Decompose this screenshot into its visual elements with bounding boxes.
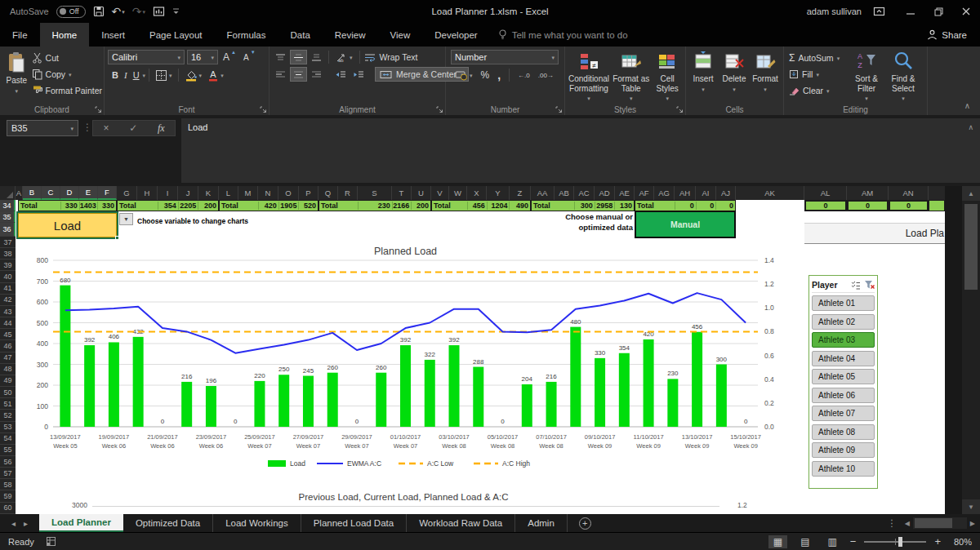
ribbon-tab-formulas[interactable]: Formulas (215, 23, 278, 47)
column-header-N[interactable]: N (258, 186, 278, 200)
slicer-clear-filter-icon[interactable] (864, 280, 875, 290)
slicer-item-athlete-10[interactable]: Athlete 10 (812, 461, 875, 477)
row-header-49[interactable]: 49 (0, 375, 16, 387)
ribbon-tab-view[interactable]: View (378, 23, 423, 47)
row-header-56[interactable]: 56 (0, 456, 16, 468)
tab-overflow-menu-icon[interactable]: ⋮ (887, 517, 897, 529)
orientation-button[interactable]: ab▾ (333, 50, 355, 64)
column-header-AC[interactable]: AC (574, 186, 595, 200)
column-header-J[interactable]: J (178, 186, 198, 200)
collapse-formula-bar-icon[interactable]: ∧ (968, 123, 973, 131)
slicer-item-athlete-08[interactable]: Athlete 08 (812, 424, 875, 440)
save-icon[interactable] (93, 6, 105, 17)
row-header-46[interactable]: 46 (0, 340, 16, 352)
column-header-K[interactable]: K (198, 186, 219, 200)
vertical-scrollbar[interactable]: ▲ ▼ (962, 186, 980, 514)
zoom-level[interactable]: 80% (949, 537, 972, 547)
underline-button[interactable]: U (131, 68, 142, 82)
autosave-toggle[interactable]: Off (56, 6, 86, 18)
column-header-AI[interactable]: AI (696, 186, 716, 200)
row-header-45[interactable]: 45 (0, 329, 16, 340)
column-header-Z[interactable]: Z (510, 186, 531, 200)
find-select-button[interactable]: Find & Select▾ (885, 49, 921, 103)
ribbon-tab-home[interactable]: Home (40, 23, 90, 47)
restore-button[interactable] (924, 0, 952, 23)
align-left-button[interactable] (273, 67, 288, 82)
increase-indent-button[interactable] (350, 67, 367, 82)
scroll-down-button[interactable]: ▼ (962, 499, 980, 514)
align-right-button[interactable] (309, 67, 324, 82)
totals-extra-cell[interactable]: 0 (847, 200, 889, 211)
sheet-tab-load-planner[interactable]: Load Planner (39, 514, 123, 532)
insert-cells-button[interactable]: Insert▾ (688, 49, 719, 103)
column-header-AD[interactable]: AD (595, 186, 615, 200)
fill-button[interactable]: Fill▾ (789, 67, 848, 82)
totals-segment[interactable]: Total3002958130 (531, 200, 635, 211)
horizontal-scrollbar[interactable]: ◀ ▶ (903, 517, 977, 529)
load-variable-cell[interactable]: Load (18, 213, 117, 237)
ribbon-tab-file[interactable]: File (0, 23, 40, 47)
column-header-Q[interactable]: Q (318, 186, 338, 200)
column-header-AM[interactable]: AM (847, 186, 889, 200)
sheet-tab-load-workings[interactable]: Load Workings (213, 514, 301, 532)
row-header-60[interactable]: 60 (0, 503, 16, 514)
insert-function-button[interactable]: fx (158, 122, 165, 135)
redo-button[interactable]: ↷▾ (132, 5, 145, 18)
ribbon-tab-developer[interactable]: Developer (422, 23, 489, 47)
undo-button[interactable]: ↶▾ (112, 5, 125, 18)
font-size-combo[interactable]: 16▾ (187, 50, 218, 64)
slicer-item-athlete-01[interactable]: Athlete 01 (812, 295, 875, 311)
manual-optimized-toggle-button[interactable]: Manual (635, 211, 736, 238)
borders-button[interactable]: ▾ (153, 68, 175, 82)
player-slicer[interactable]: Player Athlete 01Athlete 02Athlete 03Ath… (808, 275, 878, 489)
column-header-AF[interactable]: AF (635, 186, 654, 200)
column-header-A[interactable]: A (16, 186, 23, 200)
row-header-39[interactable]: 39 (0, 259, 16, 271)
row-header-52[interactable]: 52 (0, 410, 16, 421)
variable-dropdown-button[interactable]: ▼ (119, 213, 133, 225)
column-header-AH[interactable]: AH (675, 186, 696, 200)
ribbon-tab-insert[interactable]: Insert (89, 23, 137, 47)
column-header-C[interactable]: C (42, 186, 60, 200)
slicer-item-athlete-06[interactable]: Athlete 06 (812, 388, 875, 403)
increase-decimal-button[interactable]: ←.0 (515, 68, 532, 82)
workbook-macro-icon[interactable] (153, 6, 165, 17)
row-header-47[interactable]: 47 (0, 353, 16, 364)
alignment-dialog-launcher-icon[interactable] (436, 106, 443, 113)
name-box[interactable]: B35▾ (7, 120, 78, 136)
column-header-AK[interactable]: AK (736, 186, 804, 200)
ribbon-display-options-icon[interactable] (873, 6, 885, 17)
row-header-53[interactable]: 53 (0, 422, 16, 433)
sheet-tab-planned-load-data[interactable]: Planned Load Data (301, 514, 407, 532)
row-header-42[interactable]: 42 (0, 295, 16, 306)
selection-fill-handle[interactable] (115, 236, 119, 240)
sort-filter-button[interactable]: AZ Sort & Filter▾ (848, 49, 885, 103)
cut-button[interactable]: Cut (32, 51, 102, 65)
column-header-E[interactable]: E (79, 186, 98, 200)
column-header-U[interactable]: U (412, 186, 431, 200)
column-header-F[interactable]: F (98, 186, 117, 200)
sheet-tab-optimized-data[interactable]: Optimized Data (123, 514, 213, 532)
slicer-item-athlete-02[interactable]: Athlete 02 (812, 314, 875, 330)
confirm-entry-button[interactable]: ✓ (129, 122, 137, 134)
scroll-left-button[interactable]: ◀ (903, 518, 911, 529)
copy-button[interactable]: Copy▾ (32, 67, 102, 82)
fill-color-button[interactable]: ▾ (182, 68, 205, 82)
slicer-item-athlete-05[interactable]: Athlete 05 (812, 369, 875, 384)
close-button[interactable] (952, 0, 980, 23)
clipboard-dialog-launcher-icon[interactable] (95, 106, 102, 113)
format-cells-button[interactable]: Format▾ (750, 49, 781, 103)
totals-segment[interactable]: Total3542205200 (117, 200, 219, 211)
decrease-font-size-button[interactable]: A▼ (241, 50, 258, 64)
prev-sheet-button[interactable]: ◂ (11, 519, 16, 528)
scroll-right-button[interactable]: ▶ (969, 518, 977, 529)
row-header-51[interactable]: 51 (0, 398, 16, 410)
sheet-tab-workload-raw-data[interactable]: Workload Raw Data (407, 514, 515, 532)
cancel-entry-button[interactable]: × (103, 122, 109, 134)
number-format-combo[interactable]: Number▾ (451, 50, 559, 64)
slicer-multiselect-icon[interactable] (851, 281, 861, 290)
wrap-text-button[interactable]: Wrap Text (364, 50, 418, 64)
ribbon-tab-data[interactable]: Data (278, 23, 323, 47)
scroll-up-button[interactable]: ▲ (962, 186, 980, 201)
column-header-O[interactable]: O (278, 186, 299, 200)
